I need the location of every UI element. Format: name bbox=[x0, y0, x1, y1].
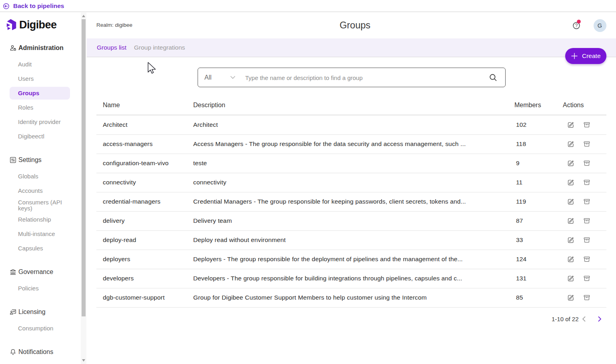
svg-text:?: ? bbox=[575, 23, 578, 28]
